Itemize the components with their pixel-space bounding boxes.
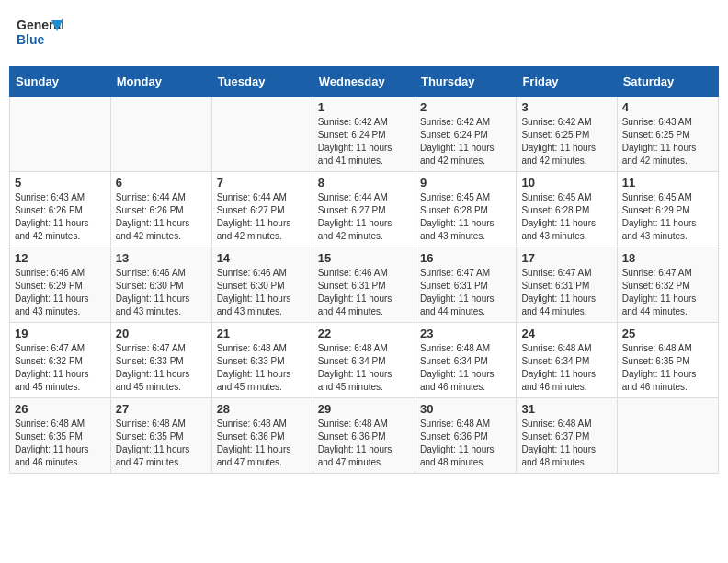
day-info: Sunrise: 6:47 AM Sunset: 6:32 PM Dayligh… [15,342,106,394]
calendar-table: SundayMondayTuesdayWednesdayThursdayFrid… [9,66,719,474]
logo-graphic: General Blue [17,13,63,55]
calendar-cell: 15Sunrise: 6:46 AM Sunset: 6:31 PM Dayli… [313,247,415,323]
day-number: 1 [318,100,410,114]
col-header-wednesday: Wednesday [313,67,415,97]
col-header-sunday: Sunday [10,67,111,97]
day-info: Sunrise: 6:44 AM Sunset: 6:26 PM Dayligh… [116,191,207,243]
day-info: Sunrise: 6:44 AM Sunset: 6:27 PM Dayligh… [217,191,308,243]
calendar-cell: 6Sunrise: 6:44 AM Sunset: 6:26 PM Daylig… [110,172,211,247]
day-info: Sunrise: 6:48 AM Sunset: 6:35 PM Dayligh… [116,418,207,469]
day-number: 18 [622,251,713,265]
calendar-header-row: SundayMondayTuesdayWednesdayThursdayFrid… [10,67,719,97]
day-info: Sunrise: 6:48 AM Sunset: 6:36 PM Dayligh… [318,418,410,469]
day-number: 5 [15,176,106,190]
day-info: Sunrise: 6:43 AM Sunset: 6:26 PM Dayligh… [15,191,106,243]
day-info: Sunrise: 6:48 AM Sunset: 6:36 PM Dayligh… [420,418,511,469]
day-number: 12 [15,251,106,265]
day-info: Sunrise: 6:43 AM Sunset: 6:25 PM Dayligh… [622,116,713,167]
day-number: 24 [521,327,611,340]
day-number: 11 [622,176,713,190]
day-number: 9 [420,176,511,190]
day-number: 6 [116,176,207,190]
day-info: Sunrise: 6:42 AM Sunset: 6:24 PM Dayligh… [318,116,410,167]
day-info: Sunrise: 6:48 AM Sunset: 6:35 PM Dayligh… [622,342,713,394]
calendar-cell: 13Sunrise: 6:46 AM Sunset: 6:30 PM Dayli… [110,247,211,323]
calendar-cell: 24Sunrise: 6:48 AM Sunset: 6:34 PM Dayli… [517,323,617,398]
day-number: 16 [420,251,511,265]
calendar-week-5: 26Sunrise: 6:48 AM Sunset: 6:35 PM Dayli… [10,398,719,474]
day-number: 10 [521,176,611,190]
calendar-cell: 20Sunrise: 6:47 AM Sunset: 6:33 PM Dayli… [110,323,211,398]
day-info: Sunrise: 6:42 AM Sunset: 6:25 PM Dayligh… [521,116,611,167]
calendar-cell: 23Sunrise: 6:48 AM Sunset: 6:34 PM Dayli… [415,323,516,398]
col-header-monday: Monday [110,67,211,97]
calendar-week-2: 5Sunrise: 6:43 AM Sunset: 6:26 PM Daylig… [10,172,719,247]
day-number: 30 [420,402,511,416]
calendar-cell: 10Sunrise: 6:45 AM Sunset: 6:28 PM Dayli… [517,172,617,247]
calendar-cell [10,97,111,172]
calendar-cell: 25Sunrise: 6:48 AM Sunset: 6:35 PM Dayli… [617,323,718,398]
calendar-cell: 1Sunrise: 6:42 AM Sunset: 6:24 PM Daylig… [313,97,415,172]
day-number: 22 [318,327,410,340]
calendar-cell: 4Sunrise: 6:43 AM Sunset: 6:25 PM Daylig… [617,97,718,172]
calendar-cell: 30Sunrise: 6:48 AM Sunset: 6:36 PM Dayli… [415,398,516,474]
day-info: Sunrise: 6:46 AM Sunset: 6:29 PM Dayligh… [15,267,106,318]
calendar-cell: 12Sunrise: 6:46 AM Sunset: 6:29 PM Dayli… [10,247,111,323]
calendar-cell: 11Sunrise: 6:45 AM Sunset: 6:29 PM Dayli… [617,172,718,247]
day-number: 25 [622,327,713,340]
col-header-tuesday: Tuesday [211,67,313,97]
day-info: Sunrise: 6:47 AM Sunset: 6:33 PM Dayligh… [116,342,207,394]
day-number: 4 [622,100,713,114]
calendar-cell: 8Sunrise: 6:44 AM Sunset: 6:27 PM Daylig… [313,172,415,247]
day-number: 15 [318,251,410,265]
col-header-thursday: Thursday [415,67,516,97]
calendar-cell: 5Sunrise: 6:43 AM Sunset: 6:26 PM Daylig… [10,172,111,247]
calendar-cell: 18Sunrise: 6:47 AM Sunset: 6:32 PM Dayli… [617,247,718,323]
day-number: 29 [318,402,410,416]
calendar-week-1: 1Sunrise: 6:42 AM Sunset: 6:24 PM Daylig… [10,97,719,172]
calendar-week-4: 19Sunrise: 6:47 AM Sunset: 6:32 PM Dayli… [10,323,719,398]
calendar-cell [211,97,313,172]
calendar-cell: 3Sunrise: 6:42 AM Sunset: 6:25 PM Daylig… [517,97,617,172]
day-number: 8 [318,176,410,190]
calendar-cell: 2Sunrise: 6:42 AM Sunset: 6:24 PM Daylig… [415,97,516,172]
calendar-cell: 14Sunrise: 6:46 AM Sunset: 6:30 PM Dayli… [211,247,313,323]
col-header-friday: Friday [517,67,617,97]
calendar-cell: 9Sunrise: 6:45 AM Sunset: 6:28 PM Daylig… [415,172,516,247]
day-info: Sunrise: 6:48 AM Sunset: 6:37 PM Dayligh… [521,418,611,469]
calendar-cell: 19Sunrise: 6:47 AM Sunset: 6:32 PM Dayli… [10,323,111,398]
calendar-cell: 28Sunrise: 6:48 AM Sunset: 6:36 PM Dayli… [211,398,313,474]
day-info: Sunrise: 6:48 AM Sunset: 6:34 PM Dayligh… [420,342,511,394]
day-info: Sunrise: 6:46 AM Sunset: 6:31 PM Dayligh… [318,267,410,318]
day-info: Sunrise: 6:48 AM Sunset: 6:36 PM Dayligh… [217,418,308,469]
day-number: 20 [116,327,207,340]
svg-text:Blue: Blue [17,32,45,47]
calendar-cell: 22Sunrise: 6:48 AM Sunset: 6:34 PM Dayli… [313,323,415,398]
day-number: 26 [15,402,106,416]
day-info: Sunrise: 6:47 AM Sunset: 6:31 PM Dayligh… [420,267,511,318]
day-number: 14 [217,251,308,265]
day-info: Sunrise: 6:44 AM Sunset: 6:27 PM Dayligh… [318,191,410,243]
day-info: Sunrise: 6:48 AM Sunset: 6:34 PM Dayligh… [521,342,611,394]
day-number: 19 [15,327,106,340]
calendar-cell: 27Sunrise: 6:48 AM Sunset: 6:35 PM Dayli… [110,398,211,474]
calendar-cell [617,398,718,474]
day-number: 3 [521,100,611,114]
col-header-saturday: Saturday [617,67,718,97]
logo: General Blue [17,13,63,55]
day-number: 31 [521,402,611,416]
day-number: 28 [217,402,308,416]
day-info: Sunrise: 6:48 AM Sunset: 6:34 PM Dayligh… [318,342,410,394]
day-number: 13 [116,251,207,265]
day-number: 17 [521,251,611,265]
day-info: Sunrise: 6:47 AM Sunset: 6:31 PM Dayligh… [521,267,611,318]
day-number: 2 [420,100,511,114]
calendar-cell: 26Sunrise: 6:48 AM Sunset: 6:35 PM Dayli… [10,398,111,474]
day-info: Sunrise: 6:46 AM Sunset: 6:30 PM Dayligh… [116,267,207,318]
calendar-cell: 31Sunrise: 6:48 AM Sunset: 6:37 PM Dayli… [517,398,617,474]
day-number: 7 [217,176,308,190]
day-info: Sunrise: 6:45 AM Sunset: 6:28 PM Dayligh… [420,191,511,243]
day-info: Sunrise: 6:45 AM Sunset: 6:28 PM Dayligh… [521,191,611,243]
day-info: Sunrise: 6:48 AM Sunset: 6:35 PM Dayligh… [15,418,106,469]
calendar-cell: 17Sunrise: 6:47 AM Sunset: 6:31 PM Dayli… [517,247,617,323]
